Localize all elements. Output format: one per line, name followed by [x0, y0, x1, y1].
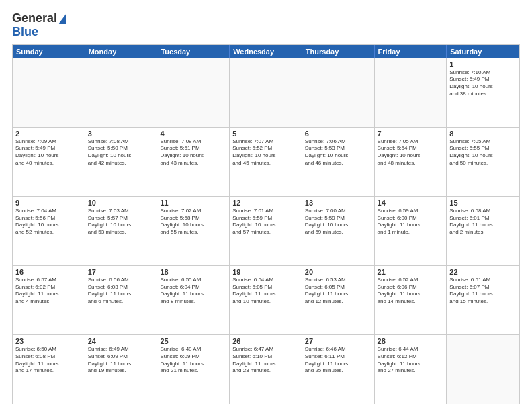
day-cell-12: 12Sunrise: 7:01 AM Sunset: 5:59 PM Dayli… — [230, 197, 302, 265]
day-cell-empty-4 — [302, 58, 375, 127]
day-cell-24: 24Sunrise: 6:49 AM Sunset: 6:09 PM Dayli… — [85, 335, 158, 404]
day-info: Sunrise: 6:54 AM Sunset: 6:05 PM Dayligh… — [232, 277, 299, 306]
day-info: Sunrise: 7:02 AM Sunset: 5:58 PM Dayligh… — [160, 208, 226, 236]
day-number: 15 — [449, 199, 517, 207]
weekday-header-monday: Monday — [85, 45, 158, 58]
day-number: 2 — [15, 130, 82, 138]
day-info: Sunrise: 6:59 AM Sunset: 6:00 PM Dayligh… — [378, 208, 444, 236]
day-cell-18: 18Sunrise: 6:55 AM Sunset: 6:04 PM Dayli… — [157, 266, 230, 334]
day-cell-empty-1 — [85, 58, 158, 127]
day-number: 17 — [88, 268, 154, 276]
day-cell-empty-0 — [13, 58, 85, 127]
day-cell-1: 1Sunrise: 7:10 AM Sunset: 5:49 PM Daylig… — [447, 58, 519, 127]
day-cell-19: 19Sunrise: 6:54 AM Sunset: 6:05 PM Dayli… — [230, 266, 302, 334]
day-info: Sunrise: 7:06 AM Sunset: 5:53 PM Dayligh… — [305, 138, 371, 167]
day-cell-16: 16Sunrise: 6:57 AM Sunset: 6:02 PM Dayli… — [13, 266, 85, 334]
day-number: 4 — [160, 130, 226, 138]
logo-general: General — [12, 12, 57, 26]
day-number: 24 — [88, 337, 154, 345]
day-number: 22 — [449, 268, 517, 276]
weekday-header-wednesday: Wednesday — [230, 45, 302, 58]
day-cell-23: 23Sunrise: 6:50 AM Sunset: 6:08 PM Dayli… — [13, 335, 85, 404]
day-info: Sunrise: 6:50 AM Sunset: 6:08 PM Dayligh… — [15, 346, 82, 375]
day-info: Sunrise: 6:53 AM Sunset: 6:05 PM Dayligh… — [305, 277, 371, 306]
calendar-header: SundayMondayTuesdayWednesdayThursdayFrid… — [13, 45, 519, 58]
day-number: 26 — [232, 337, 299, 345]
day-number: 20 — [305, 268, 371, 276]
day-cell-26: 26Sunrise: 6:47 AM Sunset: 6:10 PM Dayli… — [230, 335, 302, 404]
day-cell-11: 11Sunrise: 7:02 AM Sunset: 5:58 PM Dayli… — [157, 197, 230, 265]
day-number: 16 — [15, 268, 82, 276]
day-cell-17: 17Sunrise: 6:56 AM Sunset: 6:03 PM Dayli… — [85, 266, 158, 334]
day-cell-21: 21Sunrise: 6:52 AM Sunset: 6:06 PM Dayli… — [375, 266, 447, 334]
day-info: Sunrise: 7:05 AM Sunset: 5:55 PM Dayligh… — [449, 138, 517, 167]
logo-triangle-icon — [58, 13, 66, 24]
day-cell-28: 28Sunrise: 6:44 AM Sunset: 6:12 PM Dayli… — [375, 335, 447, 404]
day-number: 10 — [88, 199, 154, 207]
day-number: 21 — [378, 268, 444, 276]
weekday-header-friday: Friday — [375, 45, 447, 58]
calendar-body: 1Sunrise: 7:10 AM Sunset: 5:49 PM Daylig… — [13, 58, 519, 404]
logo-blue: Blue — [12, 26, 38, 39]
day-info: Sunrise: 7:03 AM Sunset: 5:57 PM Dayligh… — [88, 208, 154, 236]
day-info: Sunrise: 6:46 AM Sunset: 6:11 PM Dayligh… — [305, 346, 371, 375]
day-number: 3 — [88, 130, 154, 138]
day-info: Sunrise: 6:57 AM Sunset: 6:02 PM Dayligh… — [15, 277, 82, 306]
day-number: 7 — [378, 130, 444, 138]
day-number: 18 — [160, 268, 226, 276]
day-info: Sunrise: 6:56 AM Sunset: 6:03 PM Dayligh… — [88, 277, 154, 306]
day-cell-27: 27Sunrise: 6:46 AM Sunset: 6:11 PM Dayli… — [302, 335, 375, 404]
week-row-4: 16Sunrise: 6:57 AM Sunset: 6:02 PM Dayli… — [13, 266, 519, 335]
day-info: Sunrise: 7:09 AM Sunset: 5:49 PM Dayligh… — [15, 138, 82, 167]
day-number: 28 — [378, 337, 444, 345]
day-info: Sunrise: 7:08 AM Sunset: 5:51 PM Dayligh… — [160, 138, 226, 167]
day-info: Sunrise: 6:55 AM Sunset: 6:04 PM Dayligh… — [160, 277, 226, 306]
header: General Blue — [12, 12, 520, 39]
day-cell-4: 4Sunrise: 7:08 AM Sunset: 5:51 PM Daylig… — [157, 128, 230, 196]
day-cell-empty-6 — [447, 335, 519, 404]
day-cell-8: 8Sunrise: 7:05 AM Sunset: 5:55 PM Daylig… — [447, 128, 519, 196]
day-info: Sunrise: 7:05 AM Sunset: 5:54 PM Dayligh… — [378, 138, 444, 167]
week-row-1: 1Sunrise: 7:10 AM Sunset: 5:49 PM Daylig… — [13, 58, 519, 128]
day-cell-13: 13Sunrise: 7:00 AM Sunset: 5:59 PM Dayli… — [302, 197, 375, 265]
day-number: 14 — [378, 199, 444, 207]
day-cell-9: 9Sunrise: 7:04 AM Sunset: 5:56 PM Daylig… — [13, 197, 85, 265]
week-row-3: 9Sunrise: 7:04 AM Sunset: 5:56 PM Daylig… — [13, 197, 519, 266]
weekday-header-tuesday: Tuesday — [157, 45, 230, 58]
calendar: SundayMondayTuesdayWednesdayThursdayFrid… — [12, 44, 520, 404]
day-number: 27 — [305, 337, 371, 345]
day-info: Sunrise: 6:49 AM Sunset: 6:09 PM Dayligh… — [88, 346, 154, 375]
day-number: 5 — [232, 130, 299, 138]
weekday-header-sunday: Sunday — [13, 45, 85, 58]
day-cell-empty-3 — [230, 58, 302, 127]
day-number: 23 — [15, 337, 82, 345]
day-cell-7: 7Sunrise: 7:05 AM Sunset: 5:54 PM Daylig… — [375, 128, 447, 196]
week-row-2: 2Sunrise: 7:09 AM Sunset: 5:49 PM Daylig… — [13, 128, 519, 197]
day-number: 19 — [232, 268, 299, 276]
day-cell-25: 25Sunrise: 6:48 AM Sunset: 6:09 PM Dayli… — [157, 335, 230, 404]
day-number: 13 — [305, 199, 371, 207]
day-info: Sunrise: 7:07 AM Sunset: 5:52 PM Dayligh… — [232, 138, 299, 167]
day-info: Sunrise: 6:48 AM Sunset: 6:09 PM Dayligh… — [160, 346, 226, 375]
day-info: Sunrise: 6:51 AM Sunset: 6:07 PM Dayligh… — [449, 277, 517, 306]
logo: General Blue — [12, 12, 66, 39]
day-info: Sunrise: 6:47 AM Sunset: 6:10 PM Dayligh… — [232, 346, 299, 375]
day-info: Sunrise: 7:08 AM Sunset: 5:50 PM Dayligh… — [88, 138, 154, 167]
day-info: Sunrise: 7:01 AM Sunset: 5:59 PM Dayligh… — [232, 208, 299, 236]
day-info: Sunrise: 7:04 AM Sunset: 5:56 PM Dayligh… — [15, 208, 82, 236]
day-number: 6 — [305, 130, 371, 138]
day-info: Sunrise: 7:00 AM Sunset: 5:59 PM Dayligh… — [305, 208, 371, 236]
week-row-5: 23Sunrise: 6:50 AM Sunset: 6:08 PM Dayli… — [13, 335, 519, 404]
weekday-header-thursday: Thursday — [302, 45, 375, 58]
day-cell-5: 5Sunrise: 7:07 AM Sunset: 5:52 PM Daylig… — [230, 128, 302, 196]
day-number: 12 — [232, 199, 299, 207]
day-info: Sunrise: 7:10 AM Sunset: 5:49 PM Dayligh… — [449, 69, 517, 98]
day-cell-empty-2 — [157, 58, 230, 127]
day-number: 1 — [449, 60, 517, 68]
day-number: 9 — [15, 199, 82, 207]
day-number: 11 — [160, 199, 226, 207]
day-cell-22: 22Sunrise: 6:51 AM Sunset: 6:07 PM Dayli… — [447, 266, 519, 334]
day-cell-2: 2Sunrise: 7:09 AM Sunset: 5:49 PM Daylig… — [13, 128, 85, 196]
day-cell-6: 6Sunrise: 7:06 AM Sunset: 5:53 PM Daylig… — [302, 128, 375, 196]
day-cell-20: 20Sunrise: 6:53 AM Sunset: 6:05 PM Dayli… — [302, 266, 375, 334]
